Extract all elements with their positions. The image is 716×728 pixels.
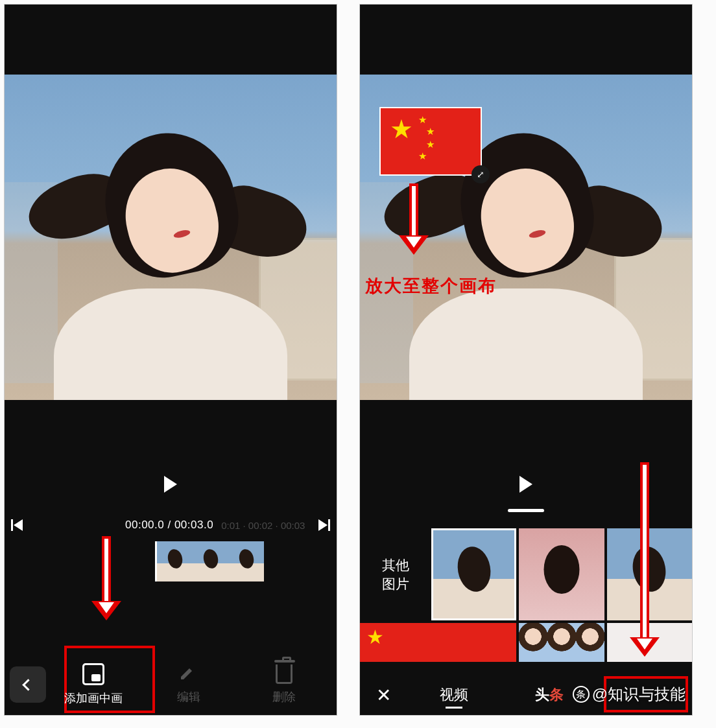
- play-button[interactable]: [519, 476, 532, 493]
- edit-label: 编辑: [177, 689, 200, 705]
- timeline-ticks: 0:01 · 00:02 · 00:03: [221, 520, 305, 531]
- watermark: 条 @知识与技能: [573, 684, 686, 705]
- skip-end-icon[interactable]: [318, 519, 328, 531]
- star-icon: ★: [426, 126, 435, 136]
- star-icon: ★: [418, 115, 427, 124]
- drawer-handle-icon[interactable]: [508, 509, 544, 512]
- time-readout: 00:00.0 / 00:03.0: [125, 519, 213, 532]
- pip-icon: [82, 663, 104, 685]
- chevron-left-icon: [22, 679, 34, 690]
- clip-thumb: [228, 541, 264, 581]
- video-preview[interactable]: [5, 75, 337, 400]
- timeline-controls: 00:00.0 / 00:03.0 0:01 · 00:02 · 00:03: [5, 514, 337, 536]
- right-screenshot: ★ ★ ★ ★ ★ ⤢ 放大至整个画布 其他 图片: [359, 4, 693, 716]
- delete-label: 删除: [272, 689, 296, 705]
- add-pip-label: 添加画中画: [64, 690, 123, 706]
- media-thumb[interactable]: [519, 528, 604, 620]
- pip-overlay-flag[interactable]: ★ ★ ★ ★ ★ ⤢: [379, 107, 482, 176]
- clip-timeline[interactable]: [155, 541, 264, 581]
- trash-icon: [276, 664, 292, 684]
- play-button[interactable]: [164, 476, 177, 493]
- video-preview[interactable]: ★ ★ ★ ★ ★ ⤢ 放大至整个画布: [360, 75, 692, 400]
- delete-button[interactable]: 删除: [236, 664, 331, 705]
- clip-thumb: [157, 541, 193, 581]
- star-icon: ★: [390, 116, 413, 142]
- star-icon: ★: [418, 151, 427, 161]
- media-picker: 其他 图片 ★: [360, 528, 692, 640]
- annotation-label: 放大至整个画布: [365, 274, 497, 298]
- media-thumb[interactable]: [607, 623, 692, 662]
- media-thumb[interactable]: [431, 528, 516, 620]
- star-icon: ★: [426, 139, 435, 149]
- media-thumb[interactable]: [519, 623, 604, 662]
- edit-button[interactable]: 编辑: [141, 664, 237, 705]
- add-pip-button[interactable]: 添加画中画: [46, 663, 141, 706]
- back-button[interactable]: [10, 666, 46, 703]
- watermark-icon: 条: [573, 686, 590, 703]
- close-button[interactable]: ✕: [360, 685, 407, 706]
- media-thumb[interactable]: [607, 528, 692, 620]
- resize-handle-icon[interactable]: ⤢: [471, 165, 490, 183]
- other-pictures-button[interactable]: 其他 图片: [360, 528, 431, 620]
- left-screenshot: 00:00.0 / 00:03.0 0:01 · 00:02 · 00:03 添…: [4, 4, 337, 716]
- skip-start-icon[interactable]: [14, 519, 23, 531]
- bottom-toolbar: 添加画中画 编辑 删除: [5, 654, 337, 715]
- annotation-arrow-icon: [91, 536, 121, 620]
- clip-thumb: [193, 541, 228, 581]
- tab-video[interactable]: 视频: [407, 685, 502, 705]
- media-thumb[interactable]: ★: [360, 623, 516, 662]
- pencil-icon: [179, 664, 198, 684]
